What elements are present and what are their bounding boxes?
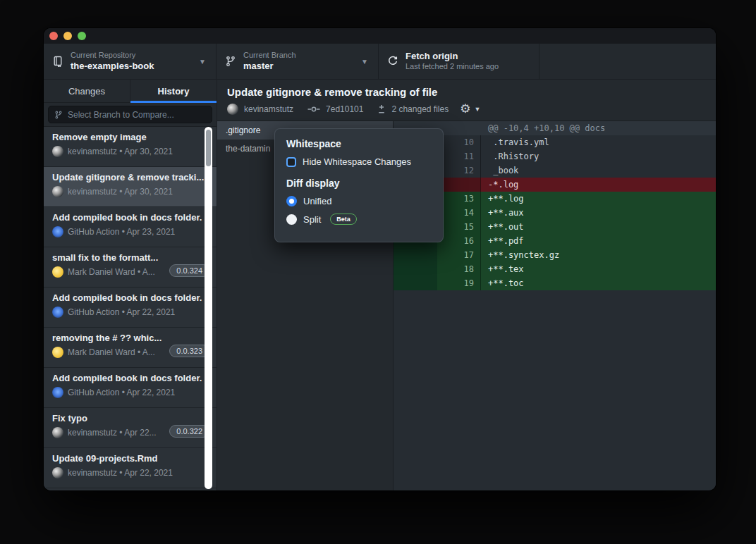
tab-history[interactable]: History [130,80,217,102]
window-titlebar[interactable] [44,28,716,44]
current-repository-dropdown[interactable]: Current Repository the-examples-book ▼ [44,44,217,79]
changed-files-count: 2 changed files [391,104,449,114]
chevron-down-icon: ▼ [199,58,206,66]
zoom-window-button[interactable] [78,32,86,40]
old-line-number [394,248,437,262]
commit-item-title: Add compiled book in docs folder. [52,292,208,303]
commit-item-title: Update gitignore & remove tracki... [52,172,208,183]
branch-icon [54,111,63,119]
commit-list-item[interactable]: Update 09-projects.Rmd kevinamstutz • Ap… [44,448,217,488]
hide-whitespace-checkbox[interactable] [286,157,296,167]
current-branch-dropdown[interactable]: Current Branch master ▼ [217,44,379,79]
diff-line-text: @@ -10,4 +10,10 @@ docs [481,121,716,135]
new-line-number: 19 [437,276,481,290]
commit-item-title: small fix to the formatt... [52,252,208,263]
new-line-number: 13 [437,192,481,206]
branch-name: master [243,61,296,72]
diff-line-text: _book [481,163,716,178]
commit-item-meta: Mark Daniel Ward • A... [68,267,155,277]
repo-label: Current Repository [71,51,154,61]
sidebar-tabs: Changes History [44,80,217,103]
commit-item-title: Update 09-projects.Rmd [52,453,208,464]
diff-display-section-title: Diff display [286,178,432,189]
version-badge: 0.0.323 [169,345,209,357]
diff-line: 18 +**.tex [394,262,716,276]
unified-radio[interactable] [286,196,297,206]
commit-list-item[interactable]: Fix typo kevinamstutz • Apr 22... 0.0.32… [44,408,217,448]
commit-item-title: Add compiled book in docs folder. [52,212,208,223]
diff-line-text: +**.log [481,192,716,206]
avatar [52,146,63,157]
commit-list: Remove empty image kevinamstutz • Apr 30… [44,127,217,490]
commit-list-item[interactable]: removing the # ?? whic... Mark Daniel Wa… [44,328,217,368]
diff-icon [377,104,386,114]
commit-title: Update gitignore & remove tracking of fi… [227,86,716,98]
diff-line-text: .Rhistory [481,149,716,163]
commit-item-meta: GitHub Action • Apr 22, 2021 [68,307,175,317]
old-line-number [394,262,437,276]
commit-item-meta: kevinamstutz • Apr 22, 2021 [68,468,173,478]
whitespace-section-title: Whitespace [286,138,432,149]
close-window-button[interactable] [49,32,58,40]
diff-line-text: +**.tex [481,262,716,276]
split-radio[interactable] [286,214,297,225]
diff-line-text: +**.toc [481,276,716,290]
unified-label: Unified [303,196,331,206]
diff-line: 19 +**.toc [394,276,716,290]
new-line-number: 18 [437,262,481,276]
scrollbar-thumb[interactable] [206,130,211,166]
commit-icon [307,106,320,113]
avatar [52,387,63,398]
commit-item-title: Add compiled book in docs folder. [52,373,208,383]
hide-whitespace-label: Hide Whitespace Changes [303,156,411,167]
commit-item-title: Remove empty image [52,132,208,142]
diff-line-text: +**.out [481,220,716,234]
split-diff-option[interactable]: Split Beta [286,214,432,225]
github-desktop-window: Current Repository the-examples-book ▼ C… [44,28,716,490]
new-line-number: 10 [437,135,481,149]
avatar [227,104,238,115]
new-line-number: 11 [437,149,481,163]
avatar [52,307,63,318]
commit-item-meta: kevinamstutz • Apr 30, 2021 [68,187,173,197]
commit-list-item[interactable]: Update gitignore & remove tracki... kevi… [44,167,217,207]
fetch-origin-button[interactable]: Fetch origin Last fetched 2 minutes ago [379,44,539,79]
fetch-title: Fetch origin [406,51,499,62]
diff-line-text: +**.synctex.gz [481,248,716,262]
diff-line-text: +**.pdf [481,234,716,248]
unified-diff-option[interactable]: Unified [286,196,432,206]
commit-list-item[interactable]: Add compiled book in docs folder. GitHub… [44,207,217,247]
branch-label: Current Branch [243,51,296,61]
minimize-window-button[interactable] [63,32,72,40]
tab-changes[interactable]: Changes [44,80,130,102]
diff-line-text: -*.log [481,178,716,192]
avatar [52,186,63,197]
new-line-number: 17 [437,248,481,262]
avatar [52,226,63,237]
new-line-number: 16 [437,234,481,248]
compare-row: Select Branch to Compare... [44,103,217,127]
branch-compare-input[interactable]: Select Branch to Compare... [48,106,212,123]
old-line-number [394,276,437,290]
diff-line-text: .travis.yml [481,135,716,149]
new-line-number: 12 [437,163,481,178]
chevron-down-icon: ▼ [474,106,480,113]
commit-item-meta: kevinamstutz • Apr 30, 2021 [68,147,173,156]
history-sidebar: Changes History Select Branch to Compare… [44,80,217,490]
commit-list-item[interactable]: Add compiled book in docs folder. GitHub… [44,368,217,408]
commit-list-scrollbar[interactable] [205,127,212,489]
commit-item-title: removing the # ?? whic... [52,333,208,343]
commit-list-item[interactable]: small fix to the formatt... Mark Daniel … [44,247,217,288]
avatar [52,347,63,358]
chevron-down-icon: ▼ [361,58,368,66]
commit-list-item[interactable]: Remove empty image kevinamstutz • Apr 30… [44,127,217,167]
commit-header: Update gitignore & remove tracking of fi… [217,80,716,121]
diff-line-text: +**.aux [481,206,716,220]
commit-list-item[interactable]: Add compiled book in docs folder. GitHub… [44,288,217,328]
avatar [52,266,63,278]
commit-list-item[interactable]: Add compiled book in docs folder. GitHub… [44,488,217,490]
gear-icon: ⚙ [460,103,470,115]
diff-options-button[interactable]: ⚙ ▼ [460,103,480,115]
split-label: Split [303,214,321,225]
hide-whitespace-option[interactable]: Hide Whitespace Changes [286,156,432,167]
